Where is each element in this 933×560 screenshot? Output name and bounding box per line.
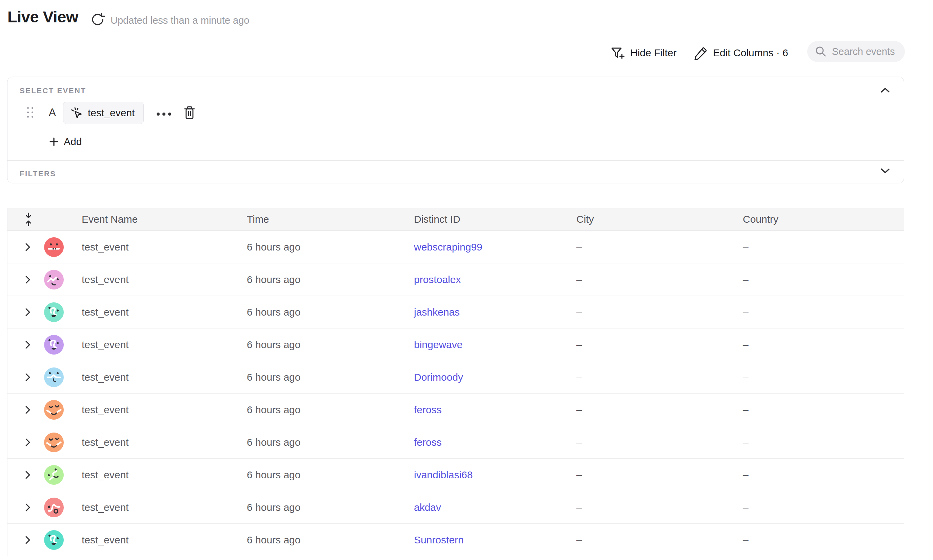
add-button-label: Add (64, 136, 82, 148)
search-icon (815, 45, 827, 58)
user-avatar (44, 432, 64, 452)
filters-label: FILTERS (20, 169, 56, 178)
user-avatar (44, 302, 64, 322)
time-cell: 6 hours ago (247, 437, 414, 448)
time-cell: 6 hours ago (247, 339, 414, 351)
country-cell: – (743, 502, 904, 513)
time-cell: 6 hours ago (247, 502, 414, 513)
expand-row-chevron-icon[interactable] (25, 242, 44, 252)
time-cell: 6 hours ago (247, 274, 414, 285)
column-header-country: Country (743, 214, 904, 225)
table-row: test_event 6 hours ago bingewave – – (8, 328, 904, 361)
live-events-table: Event Name Time Distinct ID City Country… (7, 208, 904, 556)
refresh-icon[interactable] (90, 12, 105, 27)
search-events-box[interactable] (807, 41, 905, 62)
country-cell: – (743, 339, 904, 351)
table-row: test_event 6 hours ago feross – – (8, 394, 904, 426)
edit-columns-label: Edit Columns · 6 (713, 47, 788, 58)
distinct-id-link[interactable]: akdav (414, 502, 576, 513)
user-avatar (44, 498, 64, 517)
country-cell: – (743, 372, 904, 383)
table-row: test_event 6 hours ago Dorimoody – – (8, 361, 904, 394)
city-cell: – (576, 306, 743, 318)
table-body: test_event 6 hours ago webscraping99 – –… (8, 231, 904, 556)
distinct-id-link[interactable]: webscraping99 (414, 242, 576, 253)
distinct-id-link[interactable]: jashkenas (414, 306, 576, 318)
expand-row-chevron-icon[interactable] (25, 340, 44, 349)
table-row: test_event 6 hours ago prostoalex – – (8, 263, 904, 296)
cursor-click-icon (70, 106, 83, 119)
event-name-cell: test_event (82, 534, 247, 546)
add-event-button[interactable]: Add (49, 134, 82, 149)
pencil-icon (693, 46, 707, 60)
distinct-id-link[interactable]: ivandiblasi68 (414, 469, 576, 481)
event-name-cell: test_event (82, 469, 247, 481)
table-row: test_event 6 hours ago Sunrostern – – (8, 524, 904, 556)
last-updated-text: Updated less than a minute ago (111, 15, 249, 26)
time-cell: 6 hours ago (247, 404, 414, 415)
distinct-id-link[interactable]: feross (414, 404, 576, 415)
time-cell: 6 hours ago (247, 306, 414, 318)
expand-row-chevron-icon[interactable] (25, 405, 44, 415)
distinct-id-link[interactable]: prostoalex (414, 274, 576, 285)
event-selector-chip[interactable]: test_event (63, 102, 144, 124)
column-header-time: Time (247, 214, 414, 225)
table-header-row: Event Name Time Distinct ID City Country (8, 208, 904, 231)
event-name-cell: test_event (82, 339, 247, 351)
drag-handle-icon[interactable] (27, 107, 35, 118)
city-cell: – (576, 404, 743, 415)
collapse-section-chevron-up-icon[interactable] (880, 87, 890, 93)
city-cell: – (576, 502, 743, 513)
expand-row-chevron-icon[interactable] (25, 503, 44, 512)
country-cell: – (743, 534, 904, 546)
table-row: test_event 6 hours ago feross – – (8, 426, 904, 458)
time-cell: 6 hours ago (247, 534, 414, 546)
user-avatar (44, 530, 64, 550)
edit-columns-button[interactable]: Edit Columns · 6 (693, 43, 788, 62)
city-cell: – (576, 534, 743, 546)
user-avatar (44, 465, 64, 485)
expand-row-chevron-icon[interactable] (25, 535, 44, 545)
country-cell: – (743, 242, 904, 253)
search-input[interactable] (832, 46, 900, 57)
event-chip-label: test_event (88, 107, 135, 118)
event-name-cell: test_event (82, 437, 247, 448)
filter-plus-icon (610, 45, 625, 60)
collapse-all-rows-icon[interactable] (24, 212, 44, 226)
country-cell: – (743, 306, 904, 318)
expand-row-chevron-icon[interactable] (25, 470, 44, 480)
select-event-label: SELECT EVENT (20, 86, 86, 95)
distinct-id-link[interactable]: feross (414, 437, 576, 448)
column-header-event-name: Event Name (82, 214, 247, 225)
country-cell: – (743, 274, 904, 285)
city-cell: – (576, 372, 743, 383)
expand-row-chevron-icon[interactable] (25, 372, 44, 382)
column-header-distinct-id: Distinct ID (414, 214, 576, 225)
country-cell: – (743, 437, 904, 448)
city-cell: – (576, 469, 743, 481)
expand-filters-chevron-down-icon[interactable] (880, 168, 890, 174)
distinct-id-link[interactable]: bingewave (414, 339, 576, 351)
delete-trash-icon[interactable] (183, 105, 196, 120)
table-row: test_event 6 hours ago jashkenas – – (8, 296, 904, 328)
expand-row-chevron-icon[interactable] (25, 308, 44, 317)
more-options-icon[interactable] (155, 111, 173, 118)
event-name-cell: test_event (82, 274, 247, 285)
distinct-id-link[interactable]: Sunrostern (414, 534, 576, 546)
table-row: test_event 6 hours ago akdav – – (8, 491, 904, 524)
user-avatar (44, 368, 64, 387)
time-cell: 6 hours ago (247, 372, 414, 383)
city-cell: – (576, 437, 743, 448)
query-builder-panel: SELECT EVENT A test_event (7, 77, 904, 183)
distinct-id-link[interactable]: Dorimoody (414, 372, 576, 383)
user-avatar (44, 400, 64, 420)
hide-filter-button[interactable]: Hide Filter (610, 43, 677, 62)
event-name-cell: test_event (82, 306, 247, 318)
column-header-city: City (576, 214, 743, 225)
plus-icon (49, 137, 59, 147)
time-cell: 6 hours ago (247, 469, 414, 481)
expand-row-chevron-icon[interactable] (25, 438, 44, 447)
city-cell: – (576, 339, 743, 351)
user-avatar (44, 270, 64, 289)
expand-row-chevron-icon[interactable] (25, 275, 44, 285)
